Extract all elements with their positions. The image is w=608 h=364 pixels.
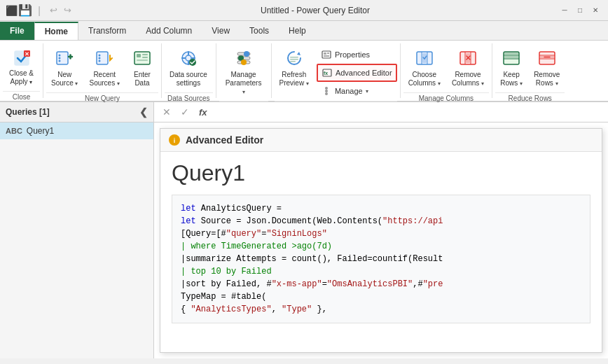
- svg-point-26: [241, 59, 247, 65]
- close-apply-label: Close &Apply ▾: [9, 69, 34, 86]
- advanced-editor-button[interactable]: fx Advanced Editor: [317, 64, 397, 82]
- data-source-settings-button[interactable]: Data sourcesettings: [165, 43, 212, 91]
- right-content: ✕ ✓ fx i Advanced Editor Query1: [154, 102, 608, 358]
- code-line-6: | top 10 by Failed: [181, 265, 581, 278]
- undo-icon[interactable]: ↩: [48, 5, 59, 16]
- code-line-4: | where TimeGenerated >ago(7d): [181, 240, 581, 253]
- advanced-editor-body: Query1 let AnalyticsQuery = let Source =…: [160, 152, 602, 352]
- formula-fx-button[interactable]: fx: [196, 106, 210, 119]
- manage-button[interactable]: Manage ▾: [317, 83, 397, 99]
- svg-rect-9: [97, 52, 108, 64]
- ribbon-group-new-query: NewSource ▾ RecentSources ▾: [43, 43, 162, 98]
- tab-view[interactable]: View: [202, 22, 240, 40]
- manage-dropdown: ▾: [366, 88, 368, 94]
- ribbon-tabs: File Home Transform Add Column View Tool…: [0, 21, 608, 41]
- title-bar-icons: ⬛ 💾 | ↩ ↪: [6, 5, 73, 16]
- manage-parameters-icon: [233, 47, 255, 69]
- tab-transform[interactable]: Transform: [78, 22, 136, 40]
- sidebar-item-label: Query1: [27, 126, 148, 136]
- svg-point-7: [59, 57, 61, 59]
- enter-data-button[interactable]: EnterData: [126, 43, 158, 91]
- remove-rows-button[interactable]: RemoveRows ▾: [529, 43, 565, 91]
- svg-point-10: [99, 55, 101, 57]
- parameters-items: ManageParameters ▾: [219, 43, 268, 99]
- refresh-preview-button[interactable]: RefreshPreview ▾: [275, 43, 314, 91]
- remove-rows-label: RemoveRows ▾: [534, 71, 560, 88]
- new-source-label: NewSource ▾: [51, 71, 78, 88]
- choose-columns-icon: [413, 47, 436, 69]
- svg-rect-27: [290, 57, 298, 58]
- svg-rect-14: [137, 54, 141, 57]
- properties-icon: [321, 49, 332, 60]
- advanced-editor-label: Advanced Editor: [336, 69, 392, 77]
- svg-rect-3: [57, 52, 68, 64]
- ribbon: ✕ Close &Apply ▾ Close: [0, 41, 608, 102]
- code-line-7: |sort by Failed, #"x-ms-app"="OmsAnalyti…: [181, 278, 581, 290]
- manage-parameters-button[interactable]: ManageParameters ▾: [219, 43, 268, 99]
- svg-text:fx: fx: [324, 71, 328, 76]
- formula-bar: ✕ ✓ fx: [154, 102, 608, 122]
- svg-text:✕: ✕: [25, 51, 29, 57]
- main-area: Queries [1] ❮ ABC Query1 ✕ ✓ fx i: [0, 102, 608, 358]
- close-group-label: Close: [3, 91, 40, 102]
- refresh-preview-icon: [283, 47, 305, 69]
- manage-columns-items: ChooseColumns ▾ RemoveColumns ▾: [403, 43, 490, 91]
- formula-cancel-button[interactable]: ✕: [160, 105, 174, 119]
- manage-parameters-label: ManageParameters ▾: [224, 71, 263, 96]
- reduce-rows-items: KeepRows ▾ RemoveRows ▾: [495, 43, 565, 91]
- svg-rect-16: [142, 57, 148, 58]
- svg-text:i: i: [174, 137, 176, 144]
- ribbon-group-manage-columns: ChooseColumns ▾ RemoveColumns ▾ Manage C…: [401, 43, 493, 98]
- sidebar-item-query1[interactable]: ABC Query1: [0, 122, 153, 139]
- remove-columns-button[interactable]: RemoveColumns ▾: [447, 43, 489, 91]
- recent-sources-button[interactable]: RecentSources ▾: [84, 43, 124, 91]
- svg-rect-30: [322, 51, 331, 58]
- manage-label: Manage: [335, 87, 363, 95]
- data-sources-items: Data sourcesettings: [165, 43, 213, 91]
- remove-rows-icon: [536, 47, 558, 69]
- svg-rect-15: [142, 54, 148, 55]
- keep-rows-button[interactable]: KeepRows ▾: [495, 43, 527, 91]
- minimize-btn[interactable]: ─: [558, 5, 572, 16]
- properties-label: Properties: [335, 50, 370, 59]
- keep-rows-icon: [500, 47, 523, 69]
- tab-add-column[interactable]: Add Column: [136, 22, 202, 40]
- content-area: i Advanced Editor Query1 let AnalyticsQu…: [154, 122, 608, 358]
- enter-data-label: EnterData: [134, 71, 151, 88]
- save-icon[interactable]: 💾: [20, 5, 31, 16]
- choose-columns-button[interactable]: ChooseColumns ▾: [403, 43, 445, 91]
- code-line-9: { "AnalyticsTypes", "Type" },: [181, 303, 581, 316]
- properties-button[interactable]: Properties: [317, 46, 397, 63]
- svg-rect-31: [324, 52, 326, 55]
- ribbon-group-reduce-rows: KeepRows ▾ RemoveRows ▾ Reduce Rows: [492, 43, 567, 98]
- remove-columns-icon: [457, 47, 479, 69]
- tab-file[interactable]: File: [0, 22, 34, 40]
- new-query-items: NewSource ▾ RecentSources ▾: [46, 43, 158, 91]
- svg-point-12: [99, 60, 101, 62]
- advanced-editor-header-icon: i: [169, 134, 180, 146]
- svg-rect-52: [504, 52, 518, 55]
- svg-rect-17: [137, 59, 148, 61]
- tab-help[interactable]: Help: [279, 22, 316, 40]
- redo-icon[interactable]: ↪: [62, 5, 73, 16]
- maximize-btn[interactable]: □: [573, 5, 587, 16]
- data-source-settings-label: Data sourcesettings: [170, 71, 207, 88]
- tab-home[interactable]: Home: [34, 22, 78, 40]
- svg-point-36: [325, 87, 328, 90]
- ribbon-group-parameters: ManageParameters ▾ Parameters: [216, 43, 272, 98]
- new-source-icon: [53, 47, 76, 69]
- sidebar-collapse-button[interactable]: ❮: [139, 106, 148, 118]
- tab-tools[interactable]: Tools: [240, 22, 279, 40]
- title-bar: ⬛ 💾 | ↩ ↪ Untitled - Power Query Editor …: [0, 0, 608, 21]
- code-block[interactable]: let AnalyticsQuery = let Source = Json.D…: [172, 195, 590, 323]
- svg-rect-53: [504, 56, 518, 58]
- manage-icon: [321, 85, 332, 97]
- query-name-display: Query1: [172, 160, 590, 186]
- data-source-settings-icon: [177, 47, 200, 69]
- new-source-button[interactable]: NewSource ▾: [46, 43, 83, 91]
- formula-confirm-button[interactable]: ✓: [178, 105, 192, 119]
- svg-rect-29: [290, 61, 296, 62]
- recent-sources-label: RecentSources ▾: [89, 71, 119, 88]
- close-btn[interactable]: ✕: [588, 5, 602, 16]
- close-apply-button[interactable]: ✕ Close &Apply ▾: [3, 43, 40, 90]
